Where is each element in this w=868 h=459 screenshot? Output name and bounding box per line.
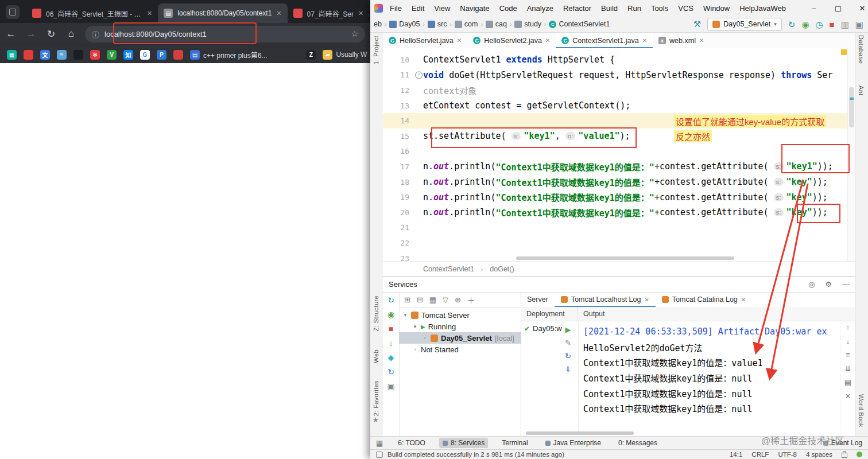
breadcrumb-caq[interactable]: caq: [486, 20, 507, 28]
reload-icon[interactable]: ↻: [45, 28, 57, 40]
breadcrumb-com[interactable]: com: [455, 20, 478, 28]
tab-close-icon[interactable]: ✕: [147, 10, 152, 17]
menu-edit[interactable]: Edit: [412, 4, 424, 13]
github-icon[interactable]: [73, 50, 83, 60]
stripe-item-word-book[interactable]: Word Book: [858, 394, 865, 427]
tab-close-icon[interactable]: ✕: [699, 37, 704, 44]
soft-wrap-icon[interactable]: ≡: [846, 351, 850, 359]
publish-icon[interactable]: ▶: [565, 325, 571, 334]
menu-run[interactable]: Run: [627, 4, 641, 13]
settings-sync-icon[interactable]: ▥: [841, 20, 849, 29]
notification-icon[interactable]: [857, 452, 862, 457]
browser-tab[interactable]: 06_尚硅谷_Servlet_王振国 - 课堂✕: [26, 3, 158, 23]
console-horizontal-scrollbar[interactable]: [526, 431, 634, 435]
tree-item-day05-servlet[interactable]: ›Day05_Servlet[local]: [399, 332, 521, 344]
menu-code[interactable]: Code: [499, 4, 517, 13]
translate-icon[interactable]: 文: [40, 50, 50, 60]
editor-horizontal-scrollbar[interactable]: [516, 256, 734, 260]
editor-tab[interactable]: CHelloServlet.java✕: [383, 33, 467, 48]
flower-icon[interactable]: ✻: [90, 50, 100, 60]
site-info-icon[interactable]: ⓘ: [92, 29, 99, 40]
group-by-icon[interactable]: ▦: [429, 295, 436, 304]
tab-close-icon[interactable]: ✕: [644, 297, 649, 303]
inspections-status-icon[interactable]: [841, 49, 847, 55]
red-app-icon[interactable]: [173, 50, 183, 60]
breadcrumb-eb[interactable]: eb: [374, 20, 382, 28]
run-config-select[interactable]: Day05_Servlet ▾: [707, 18, 782, 31]
zhihu-icon[interactable]: 知: [123, 50, 133, 60]
tree-item-running[interactable]: ▾▶Running: [399, 321, 521, 332]
debug-server-icon[interactable]: ◉: [388, 310, 394, 319]
gear-icon[interactable]: ⚙: [825, 280, 832, 289]
stripe-item-1-project[interactable]: 1: Project: [373, 36, 379, 64]
edit-config-icon[interactable]: ✎: [565, 339, 571, 347]
close-button[interactable]: ✕: [850, 4, 868, 13]
favorites-star-icon[interactable]: ★: [373, 416, 379, 424]
scroll-down-icon[interactable]: ↓: [846, 337, 850, 345]
help-icon[interactable]: ◎: [808, 280, 815, 289]
add-service-icon[interactable]: ＋: [467, 294, 475, 305]
editor-tab[interactable]: CHelloServlet2.java✕: [467, 33, 556, 48]
print-icon[interactable]: ▤: [844, 378, 851, 387]
menu-file[interactable]: File: [390, 4, 402, 13]
tool-button-terminal[interactable]: Terminal: [498, 438, 531, 448]
gem-icon[interactable]: ◆: [388, 353, 394, 362]
clear-all-icon[interactable]: ✕: [845, 392, 851, 400]
bookmark[interactable]: ▰Usually W: [323, 50, 367, 60]
bookmark[interactable]: ▤c++ primer plus第6...: [190, 50, 267, 60]
tool-windows-icon[interactable]: ▦: [376, 439, 383, 448]
minimize-button[interactable]: –: [802, 4, 826, 13]
menu-vcs[interactable]: VCS: [678, 4, 693, 13]
tree-chevron-icon[interactable]: ▾: [402, 312, 408, 318]
tree-item-tomcat-server[interactable]: ▾Tomcat Server: [399, 309, 521, 321]
menu-help[interactable]: Help: [739, 4, 755, 13]
tool-button-java-enterprise[interactable]: Java Enterprise: [542, 438, 604, 448]
bookmark-star-icon[interactable]: ☆: [351, 29, 358, 38]
coverage-icon[interactable]: ◷: [815, 20, 823, 29]
scroll-up-icon[interactable]: ↑: [846, 323, 850, 332]
scroll-to-end-icon[interactable]: ⇊: [845, 364, 851, 373]
tab-close-icon[interactable]: ✕: [642, 37, 647, 44]
p-site-icon[interactable]: P: [157, 50, 166, 60]
collapse-all-icon[interactable]: ⊟: [417, 295, 423, 304]
rerun-server-icon[interactable]: ↻: [388, 295, 394, 305]
status-icon[interactable]: [376, 452, 383, 458]
rerun-icon[interactable]: ↻: [788, 20, 796, 29]
cpp-book-bookmark-icon[interactable]: ▤: [190, 50, 200, 60]
bookmarks-folder-icon[interactable]: ▰: [323, 50, 332, 60]
stripe-item-ant[interactable]: Ant: [858, 85, 865, 96]
editor-tab[interactable]: xweb.xml✕: [653, 33, 710, 48]
menu-build[interactable]: Build: [601, 4, 618, 13]
tree-chevron-icon[interactable]: ›: [412, 347, 418, 352]
server-tab[interactable]: Tomcat Localhost Log✕: [555, 292, 656, 307]
stripe-item-2-favorites[interactable]: 2: Favorites: [373, 380, 379, 416]
tab-close-icon[interactable]: ✕: [741, 297, 746, 303]
video-site-icon[interactable]: [24, 50, 33, 60]
v2ex-icon[interactable]: V: [107, 50, 117, 60]
lock-icon[interactable]: [842, 453, 847, 458]
download-icon[interactable]: ⇓: [565, 365, 571, 374]
indent-size[interactable]: 4 spaces: [806, 451, 832, 458]
debug-icon[interactable]: ◉: [801, 20, 809, 29]
line-separator[interactable]: CRLF: [751, 451, 769, 458]
console-output[interactable]: [2021-12-24 06:53:33,509] Artifact Day05…: [578, 321, 840, 431]
file-encoding[interactable]: UTF-8: [778, 451, 797, 458]
server-tab[interactable]: Server: [521, 292, 555, 307]
breadcrumb-day05[interactable]: Day05: [389, 20, 420, 28]
tool-button-0-messages[interactable]: 0: Messages: [615, 438, 661, 448]
stop-icon[interactable]: ■: [830, 20, 835, 29]
home-icon[interactable]: ⌂: [65, 28, 78, 40]
editor-breadcrumb-item[interactable]: ContextServlet1: [423, 265, 474, 273]
tool-button-6-todo[interactable]: 6: TODO: [394, 438, 429, 448]
forward-icon[interactable]: →: [25, 28, 37, 40]
tree-chevron-icon[interactable]: ▾: [412, 324, 418, 329]
tab-close-icon[interactable]: ✕: [276, 10, 281, 17]
server-tab[interactable]: Tomcat Catalina Log✕: [656, 292, 752, 307]
menu-window[interactable]: Window: [703, 4, 730, 13]
screen-icon[interactable]: ▣: [855, 20, 863, 29]
hide-icon[interactable]: —: [842, 280, 850, 289]
stripe-item-web[interactable]: Web: [373, 349, 379, 363]
stripe-item-z-structure[interactable]: Z: Structure: [373, 295, 379, 331]
filter-icon[interactable]: ▽: [443, 295, 448, 304]
dashboard-icon[interactable]: ▣: [387, 382, 394, 391]
